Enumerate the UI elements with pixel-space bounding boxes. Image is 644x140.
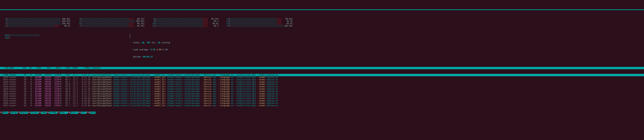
pid: 4021	[0, 90, 9, 93]
cpu-meter-3: 3[||||||||||||||||||||||||||||||||||||||…	[2, 25, 70, 27]
cpu-meter-6: 6[||||||||||||||||||||||||||||||||||||||…	[76, 22, 144, 25]
load-average-line: Load average: 3.35 1.04 0.38	[133, 48, 644, 51]
table-row[interactable]: 4014runner2008210M3921M221MR99.713.10:11…	[0, 76, 644, 78]
user: runner	[9, 86, 21, 88]
fkey-label[interactable]: Help	[2, 112, 8, 114]
table-row[interactable]: 4020runner2008210M3921M221MR99.013.10:11…	[0, 88, 644, 90]
command: /usr/bin/python3 /home/runner/.local/bin…	[90, 76, 644, 78]
user: runner	[9, 97, 21, 100]
table-row[interactable]: 4018runner2008210M3921M221MR98.413.10:11…	[0, 93, 644, 95]
function-key-bar[interactable]: F1HelpF2SetupF3SearchF4FilterF5TreeF6Sor…	[0, 112, 644, 114]
cpu-meter-15: 15[|||||||||||||||||||||||||||||||||||||…	[224, 25, 292, 27]
table-row[interactable]: 4019runner2008210M3921M221MR99.013.10:11…	[0, 86, 644, 88]
pid: 3998	[0, 74, 9, 76]
table-row[interactable]: 4017runner2008210M3921M221MR99.013.10:11…	[0, 83, 644, 86]
cpu-meter-8: 8[||||||||||||||||||||||||||||||||||||||…	[150, 18, 218, 20]
col-virt[interactable]: VIRT	[32, 67, 41, 69]
cpu-meter-4: 4[||||||||||||||||||||||||||||||||||||||…	[76, 18, 144, 20]
pid: 4026	[0, 102, 9, 104]
command: /usr/bin/python3 /home/runner/.local/bin…	[90, 102, 644, 104]
fkey-f9[interactable]: F9	[78, 112, 80, 114]
fkey-f4[interactable]: F4	[28, 112, 30, 114]
fkey-label[interactable]: Nice -	[60, 112, 68, 114]
col-cmd[interactable]: Command	[90, 67, 644, 69]
table-row[interactable]: 4026runner2008210M3921M221MR95.713.10:10…	[0, 102, 644, 104]
pid: 4018	[0, 93, 9, 95]
cpu-meter-12: 12[|||||||||||||||||||||||||||||||||||||…	[224, 18, 292, 20]
table-row[interactable]: 4015runner2008210M3921M221MR99.713.10:11…	[0, 78, 644, 81]
pid: 4014	[0, 76, 9, 78]
table-row[interactable]: 4025runner2008210M3921M221MR96.413.10:10…	[0, 97, 644, 100]
fkey-f7[interactable]: F7	[57, 112, 60, 114]
fkey-label[interactable]: Kill	[81, 112, 86, 114]
command: /usr/bin/python3 /home/runner/.local/bin…	[90, 88, 644, 90]
cpu-meter-14: 14[|||||||||||||||||||||||||||||||||||||…	[224, 22, 292, 25]
uptime-line: Uptime: 00:03:17	[133, 56, 644, 58]
fkey-f5[interactable]: F5	[38, 112, 41, 114]
mem-meter: Mem[||||||||||||||||||||||||]	[4, 34, 130, 37]
pid: 4019	[0, 86, 9, 88]
fkey-label[interactable]: Setup	[10, 112, 18, 114]
cpu-meter-5: 5[||||||||||||||||||||||||||||||||||||||…	[76, 20, 144, 22]
table-row[interactable]: 4021runner2008210M3921M221MR99.013.10:11…	[0, 90, 644, 93]
user: runner	[9, 74, 21, 76]
cpu-meter-13: 13[|||||||||||||||||||||||||||||||||||||…	[224, 20, 292, 22]
command: /usr/bin/python3 /home/runner/.local/bin…	[90, 93, 644, 95]
command: /usr/bin/python3 /home/runner/.local/bin…	[90, 97, 644, 100]
fkey-label[interactable]: Nice +	[70, 112, 78, 114]
fkey-f6[interactable]: F6	[46, 112, 49, 114]
col-res[interactable]: RES	[41, 67, 51, 69]
command: /usr/bin/python3 /home/runner/.local/bin…	[90, 95, 644, 97]
fkey-label[interactable]: Search	[20, 112, 28, 114]
col-user[interactable]: USER	[9, 67, 21, 69]
fkey-f10[interactable]: F10	[86, 112, 90, 114]
command: /usr/bin/python3 /home/runner/.local/bin…	[90, 78, 644, 81]
command: /usr/bin/python3 /home/runner/.local/bin…	[90, 81, 644, 84]
fkey-f3[interactable]: F3	[18, 112, 20, 114]
user: runner	[9, 81, 21, 84]
cpu-meter-2: 2[||||||||||||||||||||||||||||||||||||||…	[2, 22, 70, 25]
col-mem[interactable]: -MEM%	[70, 67, 78, 69]
user: runner	[9, 88, 21, 90]
col-pri[interactable]: PRI	[21, 67, 26, 69]
table-row[interactable]: 4016runner2008210M3921M221MR99.713.10:11…	[0, 81, 644, 84]
pid: 4024	[0, 100, 9, 102]
fkey-label[interactable]: SortBy	[49, 112, 57, 114]
col-ni[interactable]: NI	[26, 67, 32, 69]
pid: 4015	[0, 78, 9, 81]
command: /usr/bin/python3 /home/runner/.local/bin…	[90, 86, 644, 88]
table-row[interactable]: 4024runner2008210M3921M221MR95.713.10:10…	[0, 100, 644, 102]
user: runner	[9, 76, 21, 78]
fkey-label[interactable]: Tree	[41, 112, 46, 114]
user: runner	[9, 93, 21, 95]
table-row[interactable]: 4022runner2008210M3921M221MR98.413.10:11…	[0, 95, 644, 97]
pid: 4025	[0, 97, 9, 100]
system-stats: Tasks: 30, 107 thr; 16 running Load aver…	[133, 37, 644, 60]
cpu-meters: 0[||||||||||||||||||||||||||||||||||||||…	[0, 18, 644, 27]
fkey-f8[interactable]: F8	[68, 112, 70, 114]
fkey-label[interactable]: Quit	[90, 112, 96, 114]
col-pid[interactable]: PID	[0, 67, 9, 69]
process-table-header[interactable]: PID USER PRI NI VIRT RES SHR S CPU% -MEM…	[0, 67, 644, 69]
col-time[interactable]: TIME+	[78, 67, 90, 69]
user: runner	[9, 78, 21, 81]
window-top-border	[0, 10, 644, 10]
cpu-meter-9: 9[||||||||||||||||||||||||||||||||||||||…	[150, 20, 218, 22]
col-s[interactable]: S	[59, 67, 62, 69]
fkey-f1[interactable]: F1	[0, 112, 2, 114]
pid: 4027	[0, 104, 9, 107]
col-shr[interactable]: SHR	[51, 67, 59, 69]
user: runner	[9, 104, 21, 107]
col-cpu[interactable]: CPU%	[62, 67, 70, 69]
cpu-meter-0: 0[||||||||||||||||||||||||||||||||||||||…	[2, 18, 70, 20]
fkey-f2[interactable]: F2	[8, 112, 10, 114]
pid: 4017	[0, 83, 9, 86]
table-row[interactable]: 3998runner2008210M3921M221MR156713.13:07…	[0, 74, 644, 76]
mem-label: Mem	[4, 34, 8, 37]
process-table[interactable]: 3998runner2008210M3921M221MR156713.13:07…	[0, 74, 644, 107]
user: runner	[9, 90, 21, 93]
command: /usr/bin/python3 /home/runner/.local/bin…	[90, 100, 644, 102]
table-row[interactable]: 4027runner2008210M3921M221MR95.713.10:10…	[0, 104, 644, 107]
cpu-meter-11: 11[|||||||||||||||||||||||||||||||||||||…	[150, 25, 218, 27]
fkey-label[interactable]: Filter	[30, 112, 38, 114]
